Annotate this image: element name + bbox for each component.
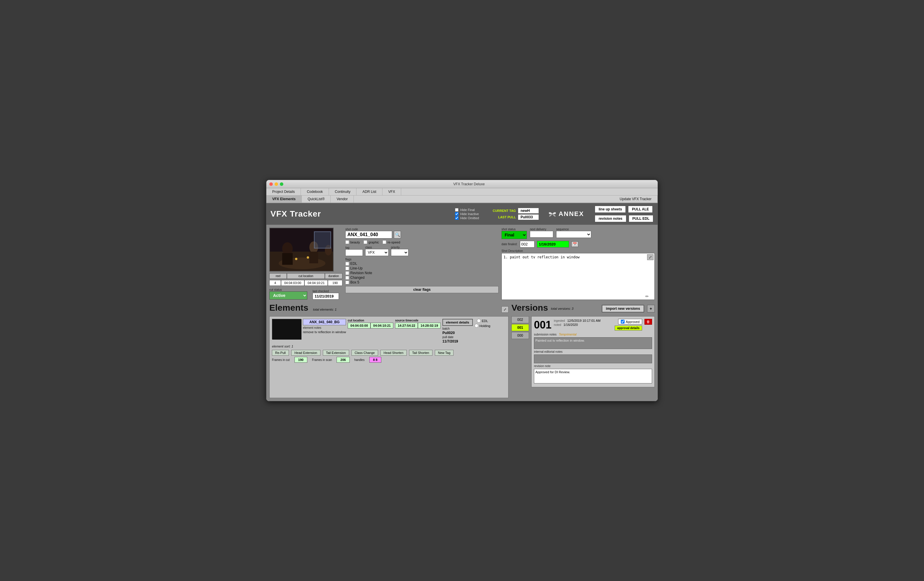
add-version-button[interactable]: + — [647, 305, 655, 313]
element-sort-row: element sort: 1 — [272, 344, 506, 348]
shot-description-wrapper: Shot Description 1. paint out tv reflect… — [502, 249, 655, 300]
box5-flag-checkbox[interactable] — [345, 281, 349, 284]
edl-flag-label[interactable]: EDL — [345, 262, 498, 266]
lineup-flag-checkbox[interactable] — [345, 267, 349, 270]
submission-notes-value: Painted out tv reflection in window. — [534, 337, 652, 349]
version-detail-header: 001 ingested 12/5/2019 10:17:01 AM noted… — [534, 319, 652, 331]
shot-description-label: Shot Description — [502, 249, 655, 252]
menu-codebook[interactable]: Codebook — [301, 188, 329, 195]
head-shorten-button[interactable]: Head Shorten — [380, 350, 407, 356]
date-finalized-input[interactable] — [537, 241, 569, 247]
shot-search-button[interactable]: 🔍 — [394, 231, 401, 239]
beauty-checkbox-label[interactable]: beauty — [345, 240, 360, 244]
menu-project-details[interactable]: Project Details — [266, 188, 301, 195]
main-content: reel cut location duration 4 04:04:03:00… — [266, 225, 658, 401]
re-pull-button[interactable]: Re-Pull — [272, 350, 289, 356]
menu-update-vfx[interactable]: Update VFX Tracker — [614, 196, 658, 202]
shot-status-select[interactable]: Final Active Omitted — [502, 231, 527, 239]
maximize-button[interactable] — [280, 183, 283, 186]
menu-adr-list[interactable]: ADR List — [356, 188, 382, 195]
import-versions-button[interactable]: import new versions — [602, 305, 644, 313]
pull-ale-button[interactable]: PULL ALE — [628, 206, 653, 213]
revision-notes-button[interactable]: revision notes — [594, 215, 626, 222]
sequence-select[interactable] — [556, 231, 591, 238]
menu-vfx[interactable]: VFX — [383, 188, 401, 195]
approval-details-button[interactable]: approval details — [615, 326, 642, 331]
line-up-sheets-button[interactable]: line up sheets — [594, 206, 626, 213]
hide-final-checkbox[interactable] — [455, 208, 459, 212]
elements-container: Elements total elements: 1 ⤢ — [269, 303, 508, 398]
priority-select[interactable] — [391, 249, 409, 256]
pull-edl-button[interactable]: PULL EDL — [629, 215, 653, 222]
approved-checkbox[interactable] — [621, 320, 625, 324]
tag-section: CURRENT TAG newH LAST PULL Pull033 — [490, 208, 539, 220]
edl-radio[interactable] — [477, 319, 481, 323]
new-tag-button[interactable]: New Tag — [435, 350, 454, 356]
menu-vendor[interactable]: Vendor — [331, 196, 354, 202]
flags-label: flags — [345, 258, 498, 261]
snap-icon[interactable]: ⤢ — [647, 254, 653, 260]
hide-omitted-checkbox[interactable] — [455, 216, 459, 220]
tail-shorten-button[interactable]: Tail Shorten — [409, 350, 432, 356]
head-extension-button[interactable]: Head Extension — [291, 350, 320, 356]
calendar-button[interactable]: 📅 — [571, 241, 578, 247]
graphic-checkbox-label[interactable]: graphic — [363, 240, 379, 244]
internal-notes-label: internal editorial notes — [534, 350, 652, 353]
delete-version-button[interactable]: 🗑 — [645, 319, 652, 325]
shot-description-textarea[interactable]: 1. paint out tv reflection in window — [502, 253, 655, 300]
hide-inactive-checkbox[interactable] — [455, 212, 459, 216]
version-item-002[interactable]: 002 — [512, 316, 529, 323]
hide-omitted-option[interactable]: Hide Omitted — [455, 216, 479, 220]
versions-header: Versions total versions: 3 import new ve… — [512, 303, 655, 314]
frames-in-cut-label: Frames in cut — [272, 358, 290, 362]
last-checked-group: last checked — [313, 290, 339, 300]
class-select[interactable]: VFX — [365, 249, 389, 256]
menu-continuity[interactable]: Continuity — [329, 188, 356, 195]
edl-flag-checkbox[interactable] — [345, 262, 349, 266]
noted-row: noted 1/16/2020 — [554, 323, 612, 326]
handles-label: handles — [355, 358, 365, 362]
next-delivery-input[interactable] — [530, 231, 553, 238]
changed-flag-text: Changed — [350, 276, 365, 280]
class-change-button[interactable]: Class Change — [351, 350, 378, 356]
pencil-icon: ✏ — [645, 294, 649, 299]
re-speed-checkbox-label[interactable]: re-speed — [383, 240, 400, 244]
changed-flag-label[interactable]: Changed — [345, 276, 498, 280]
cut-status-select[interactable]: Active — [269, 291, 307, 300]
menu-vfx-elements[interactable]: VFX Elements — [266, 196, 302, 202]
src-tc-end: 14:28:02:19 — [418, 323, 441, 329]
clear-flags-button[interactable]: clear flags — [345, 286, 498, 293]
hide-inactive-option[interactable]: Hide Inactive — [455, 212, 479, 216]
sequence-label: sequence — [556, 228, 591, 231]
cut-status-label: cut status — [269, 288, 307, 291]
element-name-label: ANX_041_040_BG — [303, 319, 346, 325]
element-details-button[interactable]: element details — [442, 319, 472, 326]
close-button[interactable] — [269, 183, 273, 186]
edl-radio-label[interactable]: EDL — [477, 319, 488, 323]
shot-code-input[interactable] — [345, 231, 392, 239]
version-item-001[interactable]: 001 — [512, 324, 529, 331]
holding-radio[interactable] — [475, 324, 478, 328]
beauty-checkbox[interactable] — [345, 240, 349, 244]
src-tc-start: 14:27:54:22 — [395, 323, 418, 329]
elements-snap-button[interactable]: ⤢ — [502, 306, 508, 313]
graphic-checkbox[interactable] — [363, 240, 367, 244]
tag-input[interactable] — [345, 249, 363, 256]
menu-bar: Project Details Codebook Continuity ADR … — [266, 188, 658, 203]
revision-flag-checkbox[interactable] — [345, 271, 349, 275]
lineup-flag-label[interactable]: Line-Up — [345, 266, 498, 270]
revision-flag-label[interactable]: Revision Note — [345, 271, 498, 275]
last-checked-input[interactable] — [313, 293, 339, 300]
tail-extension-button[interactable]: Tail Extension — [323, 350, 349, 356]
last-pull-row: LAST PULL Pull033 — [490, 214, 539, 220]
holding-radio-label[interactable]: Holding — [475, 324, 490, 328]
re-speed-checkbox[interactable] — [383, 240, 386, 244]
menu-quicklist[interactable]: QuickList® — [302, 196, 331, 202]
date-finalized-code[interactable] — [520, 241, 535, 247]
changed-flag-checkbox[interactable] — [345, 276, 349, 280]
elements-header: Elements total elements: 1 ⤢ — [269, 303, 508, 314]
hide-final-option[interactable]: Hide Final — [455, 208, 479, 212]
minimize-button[interactable] — [275, 183, 278, 186]
box5-flag-label[interactable]: Box 5 — [345, 280, 498, 284]
version-item-000[interactable]: 000 — [512, 332, 529, 339]
